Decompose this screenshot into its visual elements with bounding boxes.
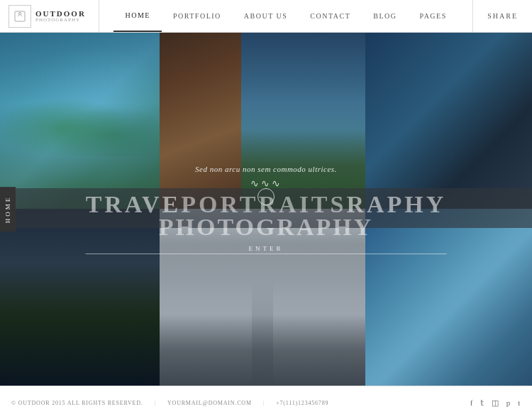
nav-about[interactable]: ABOUT US: [233, 0, 299, 32]
footer-copyright: © OUTDOOR 2015 ALL RIGHTS RESERVED.: [11, 400, 143, 406]
nav-home[interactable]: HOME: [113, 0, 161, 32]
footer-phone: +7(111)123456789: [276, 400, 328, 406]
social-pinterest-icon[interactable]: p: [506, 398, 511, 407]
footer-divider-2: |: [263, 400, 265, 406]
photo-cell-road[interactable]: [160, 209, 365, 386]
footer-left: © OUTDOOR 2015 ALL RIGHTS RESERVED. | YO…: [11, 400, 470, 406]
nav-portfolio[interactable]: PORTFOLIO: [162, 0, 233, 32]
footer-email[interactable]: YOURMAIL@DOMAIN.COM: [167, 400, 252, 406]
logo-icon: [9, 5, 31, 28]
photo-cell-coast[interactable]: [0, 33, 160, 209]
header: OUTDOOR PHOTOGRAPHY HOME PORTFOLIO ABOUT…: [0, 0, 532, 33]
svg-rect-0: [15, 11, 25, 21]
logo-title: OUTDOOR: [35, 9, 86, 18]
footer-social: f 𝕥 ◫ p t: [470, 398, 521, 408]
photo-cell-dark[interactable]: [365, 33, 532, 209]
svg-point-1: [19, 12, 21, 14]
social-facebook-icon[interactable]: f: [470, 398, 473, 407]
social-twitter-icon[interactable]: 𝕥: [480, 398, 484, 408]
circle-decoration: [257, 188, 275, 205]
photo-cell-forest[interactable]: [160, 33, 241, 209]
footer: © OUTDOOR 2015 ALL RIGHTS RESERVED. | YO…: [0, 386, 532, 419]
photo-cell-sailing[interactable]: [365, 209, 532, 386]
social-tumblr-icon[interactable]: t: [518, 398, 521, 407]
footer-divider-1: |: [155, 400, 156, 406]
nav-contact[interactable]: CONTACT: [299, 0, 362, 32]
share-button[interactable]: SHARE: [472, 0, 532, 32]
main-content: HOME Sed non arcu non sem commodo ultric…: [0, 33, 532, 386]
nav-blog[interactable]: BLOG: [362, 0, 408, 32]
logo-text: OUTDOOR PHOTOGRAPHY: [35, 9, 86, 23]
side-tab-home[interactable]: HOME: [0, 187, 16, 232]
social-instagram-icon[interactable]: ◫: [492, 398, 499, 408]
photo-cell-cliff[interactable]: [241, 33, 365, 209]
logo-subtitle: PHOTOGRAPHY: [35, 18, 86, 23]
main-nav: HOME PORTFOLIO ABOUT US CONTACT BLOG PAG…: [99, 0, 472, 32]
logo[interactable]: OUTDOOR PHOTOGRAPHY: [0, 0, 99, 32]
photo-cell-rocks[interactable]: [0, 209, 160, 386]
nav-pages[interactable]: PAGES: [409, 0, 458, 32]
